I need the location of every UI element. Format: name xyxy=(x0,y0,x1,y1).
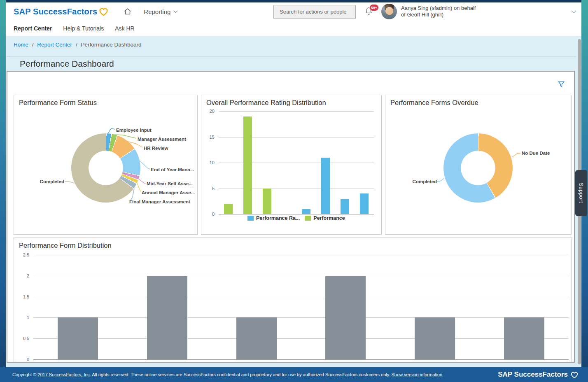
bar[interactable] xyxy=(504,317,544,359)
notification-badge: 50+ xyxy=(370,5,378,11)
bar[interactable] xyxy=(415,317,455,359)
donut-chart-layer: No Due DateCompleted xyxy=(385,95,571,234)
copyright-prefix: Copyright © xyxy=(12,372,37,377)
sap-successfactors-logo: SAP SuccessFactors xyxy=(14,6,109,17)
y-axis-tick-label: 15 xyxy=(202,135,215,140)
y-axis-tick-label: 2 xyxy=(17,273,29,278)
bar[interactable] xyxy=(321,158,330,214)
module-label: Reporting xyxy=(144,8,170,15)
bar[interactable] xyxy=(58,317,98,359)
bar[interactable] xyxy=(360,193,369,214)
chart-legend: Performance Ra...Performance xyxy=(247,215,345,221)
notifications-button[interactable]: 50+ xyxy=(364,6,375,17)
breadcrumb-current: Performance Dashboard xyxy=(81,42,141,48)
y-axis-tick-label: 5 xyxy=(202,186,215,191)
x-axis-tick-label: 8 xyxy=(212,362,301,363)
copyright-link[interactable]: 2017 SuccessFactors, Inc. xyxy=(37,372,91,377)
bar[interactable] xyxy=(243,116,252,214)
y-axis-tick-label: 2.5 xyxy=(17,252,29,257)
breadcrumb-home[interactable]: Home xyxy=(14,42,28,48)
bar[interactable] xyxy=(147,276,187,359)
chevron-down-icon xyxy=(173,10,178,13)
donut-slice-label: Final Manager Assessment xyxy=(129,199,190,204)
copyright-body: All rights reserved. These online servic… xyxy=(91,372,392,377)
donut-slice-label: No Due Date xyxy=(522,151,550,156)
panel-rating-distribution: Overall Performance Rating Distribution … xyxy=(201,95,382,235)
x-axis-tick-label: 1 xyxy=(33,362,123,363)
logo-text: SAP SuccessFactors xyxy=(14,7,97,16)
tab-help-tutorials[interactable]: Help & Tutorials xyxy=(63,25,104,32)
y-axis-tick-label: 1.5 xyxy=(17,294,29,299)
gridline xyxy=(219,189,374,189)
donut-slice-label: Completed xyxy=(40,179,64,184)
legend-item[interactable]: Performance Ra... xyxy=(247,215,300,221)
module-selector[interactable]: Reporting xyxy=(144,8,178,15)
support-tab[interactable]: Support xyxy=(575,170,587,216)
donut-slice-label: Employee Input xyxy=(116,128,152,133)
y-axis-tick-label: 0 xyxy=(17,357,29,362)
gridline xyxy=(33,317,569,318)
chevron-down-icon xyxy=(571,10,576,14)
user-avatar[interactable] xyxy=(381,4,397,19)
filter-button[interactable] xyxy=(556,79,567,90)
donut-hole xyxy=(89,151,123,185)
bar[interactable] xyxy=(236,317,277,359)
y-axis-tick-label: 10 xyxy=(202,160,215,165)
gridline xyxy=(33,297,569,297)
gridline xyxy=(33,338,569,339)
gridline xyxy=(219,163,374,163)
home-button[interactable] xyxy=(123,7,132,16)
donut-slice-label: Annual Manager Asse... xyxy=(142,190,195,195)
bar-chart-layer: 05101520Performance Ra...Performance xyxy=(201,95,381,234)
version-info-link[interactable]: Show version information. xyxy=(392,372,444,377)
footer-logo-text: SAP SuccessFactors xyxy=(498,370,568,379)
gridline xyxy=(33,359,569,360)
user-name-line2: of Geoff Hill (ghill) xyxy=(401,12,476,18)
y-axis-tick-label: 20 xyxy=(202,109,215,114)
user-menu[interactable]: Aanya Sing (sfadmin) on behalf of Geoff … xyxy=(401,5,476,18)
y-axis-tick-label: 0 xyxy=(202,212,215,217)
donut-slice-label: HR Review xyxy=(144,146,168,151)
x-axis-tick-label: 4 xyxy=(123,362,212,363)
heart-icon xyxy=(570,370,579,379)
bar[interactable] xyxy=(224,204,233,214)
content-area: Home / Report Center / Performance Dashb… xyxy=(6,36,581,367)
legend-label: Performance Ra... xyxy=(256,215,300,221)
legend-label: Performance xyxy=(313,215,345,221)
breadcrumb-report-center[interactable]: Report Center xyxy=(37,42,72,48)
divider xyxy=(7,56,576,57)
user-name-line1: Aanya Sing (sfadmin) on behalf xyxy=(401,5,476,12)
bar[interactable] xyxy=(325,276,366,359)
bar-chart-layer: 00.511.522.514891013 xyxy=(14,238,571,363)
gridline xyxy=(219,137,374,137)
donut-chart-layer: Employee InputManager AssessmentHR Revie… xyxy=(14,95,197,234)
page-title: Performance Dashboard xyxy=(20,59,114,69)
bar[interactable] xyxy=(302,209,310,214)
tab-report-center[interactable]: Report Center xyxy=(14,25,52,32)
legend-swatch xyxy=(305,216,311,221)
dashboard-container: Performance Form Status Employee InputMa… xyxy=(7,71,575,363)
panel-form-distribution: Performance Form Distribution 00.511.522… xyxy=(14,238,572,363)
breadcrumb-separator: / xyxy=(76,42,77,48)
top-header: SAP SuccessFactors Reporting xyxy=(6,2,581,21)
bar[interactable] xyxy=(263,189,271,214)
y-axis-tick-label: 0.5 xyxy=(17,336,29,341)
gridline xyxy=(33,276,569,276)
legend-item[interactable]: Performance xyxy=(305,215,345,221)
breadcrumb-separator: / xyxy=(32,42,34,48)
home-icon xyxy=(123,7,132,16)
panel-forms-overdue: Performance Forms Overdue No Due DateCom… xyxy=(385,95,572,235)
bar[interactable] xyxy=(341,199,349,214)
search-input[interactable] xyxy=(280,9,352,15)
footer: Copyright © 2017 SuccessFactors, Inc. Al… xyxy=(0,367,588,382)
global-search[interactable] xyxy=(273,5,356,19)
module-nav: Report Center Help & Tutorials Ask HR xyxy=(6,21,581,36)
donut-slice-label: End of Year Mana... xyxy=(151,167,194,172)
x-axis-tick-label: 10 xyxy=(390,362,480,363)
user-menu-caret[interactable] xyxy=(571,8,576,15)
donut-slice-label: Mid-Year Self Asse... xyxy=(147,181,193,186)
tab-ask-hr[interactable]: Ask HR xyxy=(115,25,134,32)
donut-slice-label: Completed xyxy=(413,179,437,184)
y-axis-tick-label: 1 xyxy=(17,315,29,320)
breadcrumb: Home / Report Center / Performance Dashb… xyxy=(14,42,141,48)
